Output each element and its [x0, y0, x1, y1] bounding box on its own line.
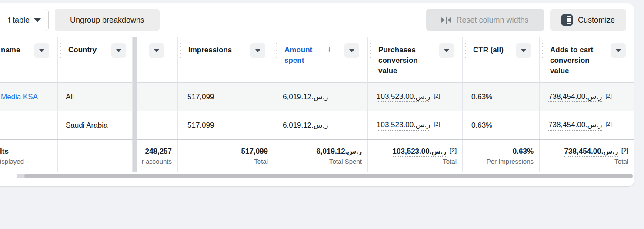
ctr-total-label: Per Impressions: [487, 158, 534, 165]
country-cell: Saudi Arabia: [58, 111, 133, 139]
purchases-total-value[interactable]: 103,523.00.س.ر: [393, 147, 447, 157]
amount-spent-total-label: Total Spent: [329, 158, 362, 165]
footnote-marker: [2]: [434, 121, 440, 127]
column-menu-button[interactable]: [516, 43, 531, 58]
drag-handle-icon[interactable]: [276, 43, 277, 58]
caret-down-icon: [444, 49, 449, 52]
purchases-total-cell: 103,523.00.س.ر[2] Total: [368, 140, 463, 172]
sort-descending-icon[interactable]: ↓: [327, 44, 331, 54]
column-menu-button[interactable]: [250, 43, 265, 58]
impressions-total-label: Total: [254, 158, 268, 165]
clipped-cell: [137, 83, 178, 111]
caret-down-icon: [349, 49, 354, 52]
column-header-adds-to-cart-conversion-value[interactable]: Adds to cart conversion value: [540, 37, 634, 83]
column-header-amount-spent[interactable]: Amount spent ↓: [274, 37, 368, 83]
customize-panel-icon: [561, 14, 573, 26]
reset-column-widths-label: Reset column widths: [456, 16, 528, 25]
footnote-marker: [2]: [606, 121, 612, 127]
column-header-ctr-all[interactable]: CTR (all): [463, 37, 540, 83]
ungroup-breakdowns-label: Ungroup breakdowns: [70, 16, 144, 25]
country-value: Saudi Arabia: [66, 121, 107, 130]
adds-to-cart-total-cell: 738,454.00.س.ر[2] Total: [540, 140, 634, 172]
caret-down-icon: [255, 49, 260, 52]
drag-handle-icon[interactable]: [465, 43, 466, 58]
table-row[interactable]: Saudi Arabia 517,099 6,019.12.س.ر 103,52…: [0, 111, 634, 139]
horizontal-scrollbar-thumb[interactable]: [24, 174, 633, 178]
account-name-link[interactable]: Media KSA: [1, 93, 38, 101]
table-view-menu-label: t table: [8, 16, 30, 25]
amount-spent-value: 6,019.12.س.ر: [283, 92, 328, 101]
results-fragment: lts: [0, 147, 9, 156]
impressions-value: 517,099: [187, 93, 214, 101]
ctr-cell: 0.63%: [463, 83, 540, 111]
column-header-country[interactable]: Country: [58, 37, 133, 83]
reset-column-widths-icon: [441, 17, 451, 24]
column-label: Country: [68, 45, 97, 55]
account-name-cell: [0, 111, 58, 139]
purchases-value[interactable]: 103,523.00.س.ر: [377, 92, 430, 102]
footnote-marker: [2]: [621, 147, 628, 154]
amount-spent-cell: 6,019.12.س.ر: [274, 83, 368, 111]
column-header-account-name[interactable]: name: [0, 37, 58, 83]
column-label: Purchases conversion value: [378, 45, 431, 76]
adds-to-cart-value[interactable]: 738,454.00.س.ر: [548, 120, 602, 131]
customize-button[interactable]: Customize: [550, 9, 626, 31]
amount-spent-total-value: 6,019.12.س.ر: [316, 147, 362, 156]
customize-label: Customize: [578, 16, 615, 25]
column-label: name: [1, 45, 20, 55]
purchases-value[interactable]: 103,523.00.س.ر: [377, 120, 430, 131]
column-menu-button[interactable]: [344, 43, 359, 58]
column-header-purchases-conversion-value[interactable]: Purchases conversion value: [368, 37, 463, 83]
table-row[interactable]: Media KSA All 517,099 6,019.12.س.ر 103,5…: [0, 83, 634, 111]
ctr-value: 0.63%: [471, 121, 492, 130]
purchases-value-cell: 103,523.00.س.ر [2]: [368, 111, 463, 139]
adds-to-cart-value[interactable]: 738,454.00.س.ر: [548, 92, 602, 102]
reset-column-widths-button[interactable]: Reset column widths: [426, 9, 544, 31]
drag-handle-icon[interactable]: [60, 43, 61, 58]
ctr-value: 0.63%: [471, 93, 492, 101]
purchases-total-label: Total: [443, 158, 457, 165]
column-menu-button[interactable]: [34, 43, 49, 58]
column-label: Adds to cart conversion value: [550, 45, 607, 76]
table-view-menu-button[interactable]: t table: [0, 9, 49, 31]
drag-handle-icon[interactable]: [370, 43, 371, 58]
pinned-column-divider[interactable]: [133, 37, 137, 172]
ungroup-breakdowns-button[interactable]: Ungroup breakdowns: [55, 9, 160, 31]
impressions-cell: 517,099: [178, 111, 274, 139]
ctr-total-value: 0.63%: [513, 147, 534, 156]
country-cell: All: [58, 83, 133, 111]
column-menu-button[interactable]: [111, 43, 126, 58]
ads-manager-report-screen: t table Ungroup breakdowns Reset column …: [0, 0, 644, 229]
adds-to-cart-total-value[interactable]: 738,454.00.س.ر: [564, 147, 618, 157]
drag-handle-icon[interactable]: [180, 43, 181, 58]
accounts-total-value: 248,257: [145, 147, 172, 156]
caret-down-icon: [116, 49, 121, 52]
country-total-cell: [58, 140, 133, 172]
column-menu-button[interactable]: [149, 43, 164, 58]
caret-down-icon: [521, 49, 526, 52]
column-menu-button[interactable]: [439, 43, 454, 58]
column-label: CTR (all): [473, 45, 504, 55]
caret-down-icon: [616, 49, 621, 52]
ctr-cell: 0.63%: [463, 111, 540, 139]
caret-down-icon: [154, 49, 159, 52]
impressions-value: 517,099: [187, 121, 214, 130]
column-header-clipped[interactable]: [137, 37, 178, 83]
totals-row: lts isplayed 248,257 r accounts 517,099 …: [0, 139, 634, 172]
displayed-fragment: isplayed: [0, 158, 24, 165]
adds-to-cart-value-cell: 738,454.00.س.ر [2]: [540, 83, 634, 111]
impressions-cell: 517,099: [178, 83, 274, 111]
footnote-marker: [2]: [434, 92, 440, 99]
ctr-total-cell: 0.63% Per Impressions: [463, 140, 540, 172]
column-menu-button[interactable]: [611, 43, 626, 58]
account-name-cell: Media KSA: [0, 83, 58, 111]
accounts-total-cell: 248,257 r accounts: [137, 140, 178, 172]
caret-down-icon: [39, 49, 44, 52]
column-header-impressions[interactable]: Impressions: [178, 37, 274, 83]
caret-down-icon: [34, 18, 41, 22]
accounts-total-label: r accounts: [142, 158, 172, 165]
adds-to-cart-value-cell: 738,454.00.س.ر [2]: [540, 111, 634, 139]
impressions-total-cell: 517,099 Total: [178, 140, 274, 172]
amount-spent-cell: 6,019.12.س.ر: [274, 111, 368, 139]
drag-handle-icon[interactable]: [542, 43, 543, 58]
